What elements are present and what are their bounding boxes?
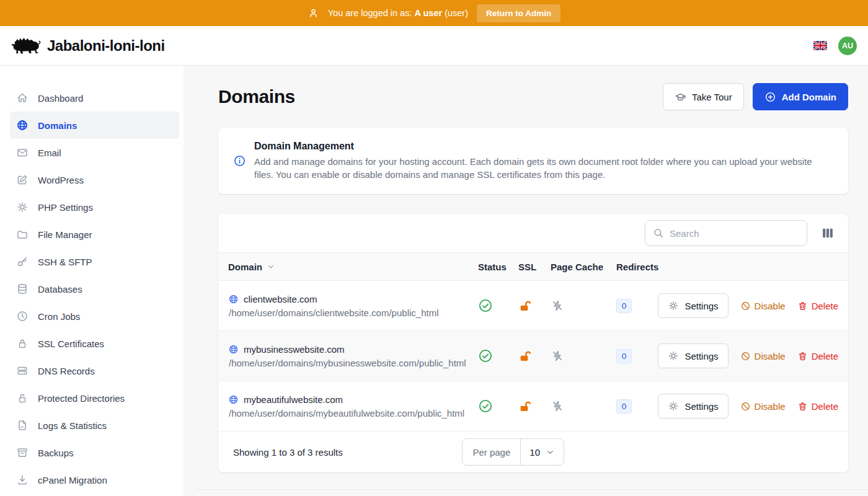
- gear-icon: [668, 350, 679, 361]
- table-row: clientwebsite.com /home/user/domains/cli…: [218, 281, 848, 331]
- settings-button[interactable]: Settings: [658, 293, 728, 318]
- sidebar-item-label: DNS Records: [38, 366, 95, 376]
- sidebar-item-label: SSH & SFTP: [38, 257, 92, 267]
- column-header-domain[interactable]: Domain: [228, 262, 478, 272]
- clock-icon: [16, 310, 29, 322]
- redirects-count-badge: 0: [616, 349, 632, 363]
- search-icon: [653, 228, 664, 239]
- ssl-lock-open-icon[interactable]: [518, 299, 533, 313]
- gear-icon: [668, 401, 679, 412]
- column-header-ssl: SSL: [518, 262, 551, 272]
- page-title: Domains: [218, 86, 295, 107]
- sidebar-item-label: Cron Jobs: [38, 311, 80, 322]
- sidebar-item-cpanel-migration[interactable]: cPanel Migration: [10, 466, 179, 494]
- trash-icon: [797, 401, 808, 412]
- sidebar-item-email[interactable]: Email: [10, 139, 179, 166]
- sidebar-item-label: Protected Directories: [38, 393, 125, 404]
- sidebar-item-php-settings[interactable]: PHP Settings: [10, 193, 179, 221]
- domains-table-card: Domain Status SSL Page Cache Redirects c…: [218, 214, 848, 472]
- graduation-cap-icon: [675, 91, 686, 103]
- app-header: Jabaloni-loni-loni AU: [0, 26, 868, 66]
- domain-name: mybusinesswebsite.com: [228, 344, 478, 355]
- domain-name: mybeautifulwebsite.com: [228, 394, 478, 405]
- column-header-page-cache: Page Cache: [551, 262, 616, 272]
- sidebar-item-label: Dashboard: [38, 93, 83, 104]
- column-header-status: Status: [478, 262, 518, 272]
- per-page-select[interactable]: 10: [521, 439, 564, 465]
- server-icon: [16, 365, 29, 377]
- search-box: [645, 220, 807, 246]
- info-card-description: Add and manage domains for your hosting …: [254, 156, 825, 181]
- sidebar-item-label: WordPress: [38, 175, 84, 185]
- take-tour-label: Take Tour: [692, 92, 732, 102]
- disable-button[interactable]: Disable: [740, 351, 786, 361]
- delete-button[interactable]: Delete: [797, 401, 838, 412]
- globe-icon: [228, 344, 239, 355]
- sidebar-item-file-manager[interactable]: File Manager: [10, 221, 179, 248]
- table-footer: Showing 1 to 3 of 3 results Per page 10: [218, 432, 848, 472]
- person-icon: [308, 7, 319, 19]
- ssl-lock-open-icon[interactable]: [518, 349, 533, 363]
- table-header-row: Domain Status SSL Page Cache Redirects: [218, 252, 848, 281]
- settings-button[interactable]: Settings: [658, 394, 728, 418]
- table-row: mybeautifulwebsite.com /home/user/domain…: [218, 381, 848, 432]
- search-input[interactable]: [670, 228, 799, 239]
- chevron-down-icon: [546, 448, 555, 457]
- take-tour-button[interactable]: Take Tour: [663, 83, 744, 110]
- trash-icon: [797, 301, 808, 311]
- ban-icon: [740, 301, 751, 311]
- return-to-admin-button[interactable]: Return to Admin: [477, 4, 560, 22]
- database-icon: [16, 283, 29, 295]
- disable-button[interactable]: Disable: [740, 301, 786, 311]
- redirects-count-badge: 0: [616, 399, 632, 414]
- banner-message: You are logged in as: A user (user): [328, 8, 468, 18]
- columns-icon: [821, 226, 835, 240]
- lock-icon: [16, 392, 29, 404]
- settings-button[interactable]: Settings: [658, 343, 728, 368]
- brand: Jabaloni-loni-loni: [11, 35, 165, 57]
- lock-icon: [16, 337, 29, 350]
- sidebar-item-label: Databases: [38, 284, 82, 294]
- redirects-count-badge: 0: [616, 299, 632, 313]
- globe-icon: [228, 394, 239, 405]
- document-root-path: /home/user/domains/mybeautifulwebsite.co…: [228, 408, 478, 418]
- globe-icon: [228, 294, 239, 304]
- envelope-icon: [16, 146, 29, 159]
- brand-name: Jabaloni-loni-loni: [47, 37, 165, 55]
- ban-icon: [740, 351, 751, 361]
- status-check-circle-icon: [478, 348, 493, 363]
- sidebar-item-backups[interactable]: Backups: [10, 439, 179, 466]
- sidebar-item-databases[interactable]: Databases: [10, 275, 179, 303]
- columns-toggle-button[interactable]: [818, 224, 837, 242]
- boar-logo-icon: [11, 35, 41, 57]
- sidebar-item-dashboard[interactable]: Dashboard: [10, 84, 179, 112]
- per-page-label: Per page: [463, 439, 521, 465]
- page-cache-bolt-slash-icon[interactable]: [551, 299, 564, 312]
- sidebar-item-ssl-certificates[interactable]: SSL Certificates: [10, 330, 179, 357]
- delete-button[interactable]: Delete: [797, 301, 838, 311]
- sidebar-item-label: Logs & Statistics: [38, 420, 107, 431]
- table-row: mybusinesswebsite.com /home/user/domains…: [218, 331, 848, 381]
- disable-button[interactable]: Disable: [740, 401, 786, 412]
- sidebar-item-ssh-sftp[interactable]: SSH & SFTP: [10, 248, 179, 275]
- page-cache-bolt-slash-icon[interactable]: [551, 349, 564, 363]
- user-avatar[interactable]: AU: [838, 37, 857, 55]
- sidebar-item-label: Email: [38, 148, 61, 158]
- domain-name: clientwebsite.com: [228, 294, 478, 304]
- status-check-circle-icon: [478, 399, 493, 414]
- per-page-control: Per page 10: [462, 438, 564, 466]
- sidebar-item-logs-statistics[interactable]: Logs & Statistics: [10, 412, 179, 439]
- sidebar-item-protected-directories[interactable]: Protected Directories: [10, 384, 179, 412]
- plus-circle-icon: [764, 91, 776, 103]
- page-cache-bolt-slash-icon[interactable]: [551, 399, 564, 413]
- uk-flag-icon[interactable]: [813, 41, 827, 50]
- sidebar-item-wordpress[interactable]: WordPress: [10, 166, 179, 193]
- chevron-down-icon: [266, 262, 276, 272]
- delete-button[interactable]: Delete: [797, 351, 838, 361]
- sidebar-item-label: Domains: [38, 120, 77, 131]
- sidebar-item-cron-jobs[interactable]: Cron Jobs: [10, 303, 179, 330]
- ssl-lock-open-icon[interactable]: [518, 399, 533, 414]
- sidebar-item-dns-records[interactable]: DNS Records: [10, 357, 179, 384]
- sidebar-item-domains[interactable]: Domains: [10, 112, 179, 139]
- add-domain-button[interactable]: Add Domain: [753, 83, 848, 110]
